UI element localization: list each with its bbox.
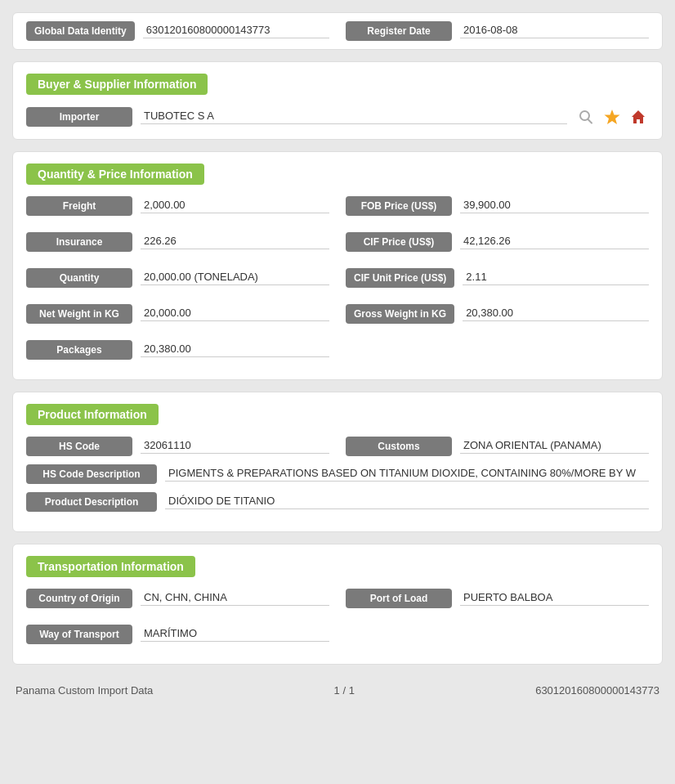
importer-value: TUBOTEC S A xyxy=(141,110,567,124)
packages-row: Packages 20,380.00 xyxy=(26,340,329,360)
customs-label: Customs xyxy=(346,437,452,456)
footer-pagination: 1 / 1 xyxy=(334,684,355,697)
customs-row: Customs ZONA ORIENTAL (PANAMA) xyxy=(346,437,649,456)
quantity-price-header: Quantity & Price Information xyxy=(26,164,204,185)
importer-label: Importer xyxy=(26,107,132,127)
net-weight-label: Net Weight in KG xyxy=(26,304,132,324)
product-left: HS Code 32061110 xyxy=(26,437,329,464)
packages-value: 20,380.00 xyxy=(141,343,329,357)
net-weight-row: Net Weight in KG 20,000.00 xyxy=(26,304,329,324)
hs-code-value: 32061110 xyxy=(141,439,329,454)
search-icon[interactable] xyxy=(575,106,597,128)
freight-label: Freight xyxy=(26,196,132,216)
port-of-load-value: PUERTO BALBOA xyxy=(460,591,649,606)
product-top-grid: HS Code 32061110 Customs ZONA ORIENTAL (… xyxy=(26,437,649,464)
customs-value: ZONA ORIENTAL (PANAMA) xyxy=(460,439,649,454)
hs-code-row: HS Code 32061110 xyxy=(26,437,329,456)
svg-line-1 xyxy=(588,119,592,123)
way-of-transport-value: MARÍTIMO xyxy=(141,627,329,642)
insurance-value: 226.26 xyxy=(141,235,329,249)
gross-weight-label: Gross Weight in KG xyxy=(346,304,454,324)
register-date-value: 2016-08-08 xyxy=(460,24,649,38)
freight-row: Freight 2,000.00 xyxy=(26,196,329,216)
product-right: Customs ZONA ORIENTAL (PANAMA) xyxy=(346,437,649,464)
cif-unit-row: CIF Unit Price (US$) 2.11 xyxy=(346,268,649,288)
action-icons xyxy=(575,106,649,128)
freight-value: 2,000.00 xyxy=(141,199,329,213)
register-date-field: Register Date 2016-08-08 xyxy=(346,21,649,41)
fob-price-value: 39,900.00 xyxy=(460,199,649,213)
hs-desc-label: HS Code Description xyxy=(26,464,157,484)
quantity-price-right: FOB Price (US$) 39,900.00 CIF Price (US$… xyxy=(346,196,649,368)
product-header: Product Information xyxy=(26,404,159,425)
svg-marker-3 xyxy=(632,110,645,123)
fob-price-label: FOB Price (US$) xyxy=(346,196,452,216)
hs-desc-row: HS Code Description PIGMENTS & PREPARATI… xyxy=(26,464,649,484)
transportation-card: Transportation Information Country of Or… xyxy=(12,544,663,665)
cif-unit-label: CIF Unit Price (US$) xyxy=(346,268,454,288)
transportation-header: Transportation Information xyxy=(26,556,195,577)
country-origin-row: Country of Origin CN, CHN, CHINA xyxy=(26,589,329,608)
hs-code-label: HS Code xyxy=(26,437,132,456)
port-of-load-row: Port of Load PUERTO BALBOA xyxy=(346,589,649,608)
gross-weight-value: 20,380.00 xyxy=(463,307,649,321)
cif-price-label: CIF Price (US$) xyxy=(346,232,452,252)
cif-price-value: 42,126.26 xyxy=(460,235,649,249)
star-icon[interactable] xyxy=(601,106,623,128)
way-of-transport-row: Way of Transport MARÍTIMO xyxy=(26,625,329,644)
product-desc-value: DIÓXIDO DE TITANIO xyxy=(165,495,649,509)
quantity-row: Quantity 20,000.00 (TONELADA) xyxy=(26,268,329,288)
quantity-price-card: Quantity & Price Information Freight 2,0… xyxy=(12,151,663,380)
quantity-price-grid: Freight 2,000.00 Insurance 226.26 Quanti… xyxy=(26,196,649,368)
footer-id: 630120160800000143773 xyxy=(535,684,659,697)
importer-row: Importer TUBOTEC S A xyxy=(26,106,649,128)
product-card: Product Information HS Code 32061110 Cus… xyxy=(12,392,663,532)
net-weight-value: 20,000.00 xyxy=(141,307,329,321)
buyer-supplier-card: Buyer & Supplier Information Importer TU… xyxy=(12,61,663,140)
gross-weight-row: Gross Weight in KG 20,380.00 xyxy=(346,304,649,324)
buyer-supplier-header: Buyer & Supplier Information xyxy=(26,74,208,95)
quantity-label: Quantity xyxy=(26,268,132,288)
quantity-value: 20,000.00 (TONELADA) xyxy=(141,271,329,285)
cif-price-row: CIF Price (US$) 42,126.26 xyxy=(346,232,649,252)
top-card: Global Data Identity 6301201608000001437… xyxy=(12,12,663,50)
global-data-field: Global Data Identity 6301201608000001437… xyxy=(26,21,329,41)
transportation-right: Port of Load PUERTO BALBOA xyxy=(346,589,649,652)
svg-marker-2 xyxy=(605,110,620,124)
product-desc-row: Product Description DIÓXIDO DE TITANIO xyxy=(26,492,649,512)
cif-unit-value: 2.11 xyxy=(463,271,649,285)
footer: Panama Custom Import Data 1 / 1 63012016… xyxy=(12,676,663,705)
fob-price-row: FOB Price (US$) 39,900.00 xyxy=(346,196,649,216)
packages-label: Packages xyxy=(26,340,132,360)
global-data-value: 630120160800000143773 xyxy=(143,24,329,38)
port-of-load-label: Port of Load xyxy=(346,589,452,608)
transportation-left: Country of Origin CN, CHN, CHINA Way of … xyxy=(26,589,329,652)
transportation-grid: Country of Origin CN, CHN, CHINA Way of … xyxy=(26,589,649,652)
hs-desc-value: PIGMENTS & PREPARATIONS BASED ON TITANIU… xyxy=(165,467,649,482)
home-icon[interactable] xyxy=(628,106,649,128)
country-origin-value: CN, CHN, CHINA xyxy=(141,591,329,606)
insurance-label: Insurance xyxy=(26,232,132,252)
country-origin-label: Country of Origin xyxy=(26,589,132,608)
quantity-price-left: Freight 2,000.00 Insurance 226.26 Quanti… xyxy=(26,196,329,368)
product-desc-label: Product Description xyxy=(26,492,157,512)
register-date-label: Register Date xyxy=(346,21,452,41)
insurance-row: Insurance 226.26 xyxy=(26,232,329,252)
footer-source: Panama Custom Import Data xyxy=(16,684,153,697)
global-data-label: Global Data Identity xyxy=(26,21,135,41)
way-of-transport-label: Way of Transport xyxy=(26,625,132,644)
